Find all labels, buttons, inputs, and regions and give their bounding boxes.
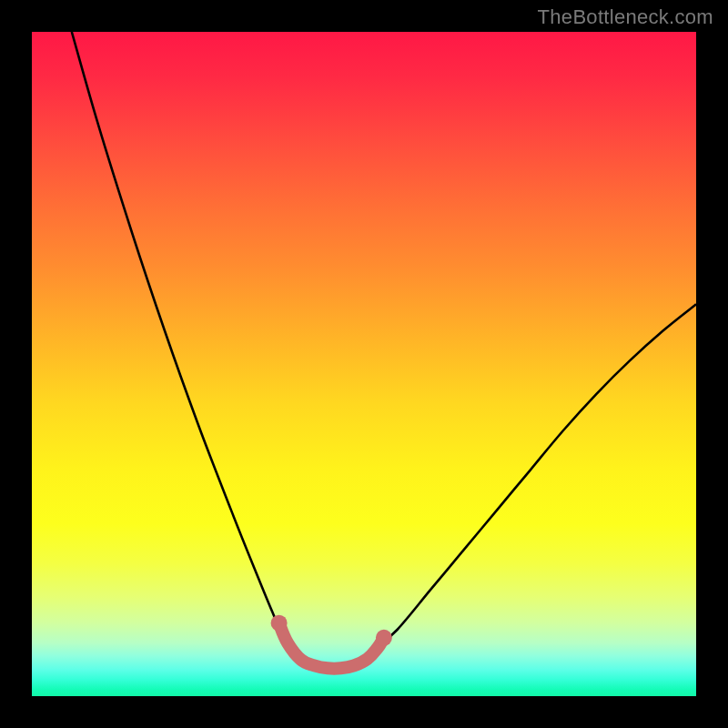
chart-svg (32, 32, 696, 696)
chart-frame: TheBottleneck.com (0, 0, 728, 728)
min-region-start-dot (271, 615, 288, 632)
plot-area (32, 32, 696, 696)
watermark-text: TheBottleneck.com (538, 5, 713, 29)
bottleneck-curve (72, 32, 696, 670)
min-region-end-dot (376, 630, 392, 646)
min-region-segment (279, 623, 384, 669)
